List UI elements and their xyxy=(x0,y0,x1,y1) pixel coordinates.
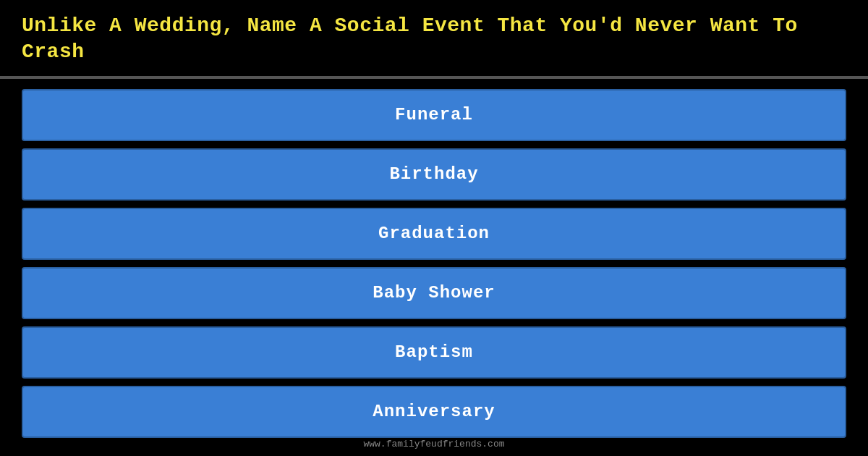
answer-row: Baptism xyxy=(22,326,846,379)
answer-text: Baby Shower xyxy=(373,283,495,303)
answer-row: Birthday xyxy=(22,148,846,200)
header: Unlike A Wedding, Name A Social Event Th… xyxy=(0,0,868,79)
answer-row: Graduation xyxy=(22,208,846,260)
page-title: Unlike A Wedding, Name A Social Event Th… xyxy=(22,13,846,66)
footer: www.familyfeudfriends.com xyxy=(0,437,868,450)
answer-text: Birthday xyxy=(389,164,478,184)
footer-url: www.familyfeudfriends.com xyxy=(363,439,504,449)
answer-row: Funeral xyxy=(22,89,846,141)
answer-row: Anniversary xyxy=(22,386,846,438)
answer-text: Graduation xyxy=(378,224,490,243)
answer-row: Baby Shower xyxy=(22,267,846,319)
answer-text: Funeral xyxy=(395,105,473,124)
answer-text: Anniversary xyxy=(373,402,495,421)
answers-container: FuneralBirthdayGraduationBaby ShowerBapt… xyxy=(0,79,868,445)
answer-text: Baptism xyxy=(395,342,473,362)
